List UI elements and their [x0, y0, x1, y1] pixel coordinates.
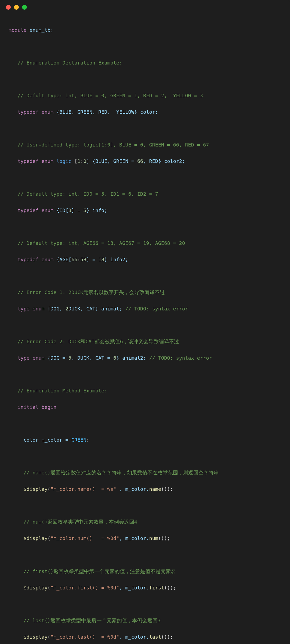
code-line: color m_color = GREEN; [9, 436, 281, 444]
code-line: $display("m_color.last() = %0d", m_color… [9, 633, 281, 641]
code-line: // Error Code 1: 2DUCK元素名以数字开头，会导致编译不过 [9, 288, 281, 297]
code-line: // Default type: int, ID0 = 5, ID1 = 6, … [9, 190, 281, 198]
code-line: type enum {DOG = 5, DUCK, CAT = 6} anima… [9, 354, 281, 362]
code-line: // Enumeration Method Example: [9, 387, 281, 395]
code-line: // User-defined type: logic[1:0], BLUE =… [9, 141, 281, 149]
code-line [9, 600, 281, 609]
maximize-icon[interactable] [22, 5, 27, 10]
code-line [9, 420, 281, 428]
code-line: // first()返回枚举类型中第一个元素的值，注意是值不是元素名 [9, 567, 281, 576]
code-line [9, 551, 281, 559]
code-line: module enum_tb; [9, 26, 281, 34]
code-line [9, 75, 281, 84]
code-line: // name()返回给定数值对应的名字字符串，如果数值不在枚举范围，则返回空字… [9, 469, 281, 477]
code-line: typedef enum {BLUE, GREEN, RED, YELLOW} … [9, 108, 281, 116]
code-line: // Default type: int, AGE66 = 18, AGE67 … [9, 239, 281, 248]
code-line [9, 502, 281, 510]
code-line: // Enumeration Declaration Example: [9, 59, 281, 67]
code-line: typedef enum {AGE[66:58] = 18} info2; [9, 256, 281, 264]
minimize-icon[interactable] [14, 5, 19, 10]
code-line: // Defult type: int, BLUE = 0, GREEN = 1… [9, 92, 281, 100]
code-line [9, 174, 281, 182]
code-line [9, 223, 281, 231]
close-icon[interactable] [6, 5, 11, 10]
editor-window: module enum_tb; // Enumeration Declarati… [0, 0, 290, 644]
code-line: $display("m_color.first() = %0d", m_colo… [9, 584, 281, 592]
code-area: module enum_tb; // Enumeration Declarati… [0, 12, 290, 644]
code-line [9, 42, 281, 51]
code-line: $display("m_color.num() = %0d", m_color.… [9, 534, 281, 543]
code-line: typedef enum logic [1:0] {BLUE, GREEN = … [9, 157, 281, 166]
code-line [9, 321, 281, 330]
code-line: // last()返回枚举类型中最后一个元素的值，本例会返回3 [9, 617, 281, 625]
code-line: type enum {DOG, 2DUCK, CAT} animal; // T… [9, 305, 281, 313]
code-line: typedef enum {ID[3] = 5} info; [9, 206, 281, 215]
code-line: // Error Code 2: DUCK和CAT都会被赋值6，该冲突会导致编译… [9, 338, 281, 346]
titlebar [0, 0, 290, 12]
code-line [9, 452, 281, 461]
code-line [9, 370, 281, 379]
code-line: initial begin [9, 403, 281, 412]
code-line [9, 272, 281, 280]
code-line [9, 124, 281, 133]
code-line: // num()返回枚举类型中元素数量，本例会返回4 [9, 518, 281, 526]
code-line: $display("m_color.name() = %s" , m_color… [9, 485, 281, 493]
